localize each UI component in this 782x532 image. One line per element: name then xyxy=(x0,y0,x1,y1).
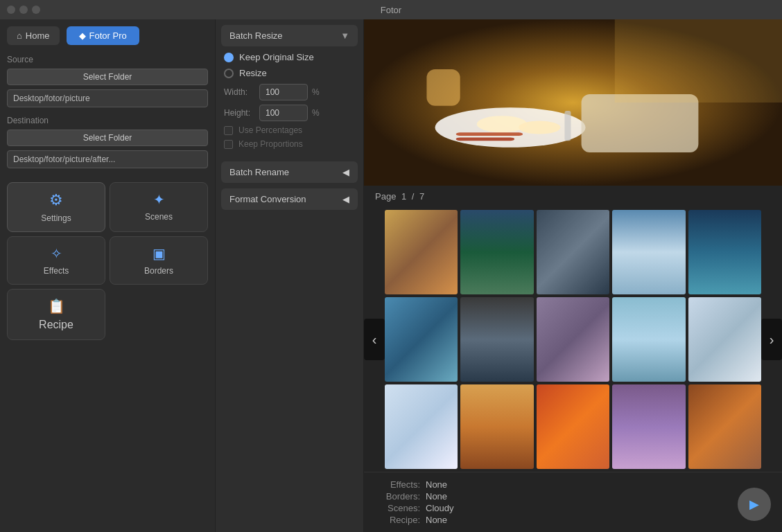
photo-thumb-12[interactable] xyxy=(460,384,533,469)
photo-grid xyxy=(385,207,761,472)
scenes-icon: ✦ xyxy=(153,191,165,208)
prev-page-button[interactable]: ‹ xyxy=(364,319,385,360)
keep-original-radio[interactable] xyxy=(224,53,234,62)
keep-proportions-row[interactable]: Keep Proportions xyxy=(221,139,358,149)
batch-resize-dropdown[interactable]: Batch Resize ▼ xyxy=(221,25,358,46)
recipe-info-label: Recipe: xyxy=(375,515,420,525)
app-title: Fotor xyxy=(381,5,401,15)
height-input[interactable] xyxy=(259,105,308,121)
width-unit: % xyxy=(312,87,320,97)
photo-thumb-15[interactable] xyxy=(688,384,761,469)
resize-option[interactable]: Resize xyxy=(221,68,358,78)
settings-icon: ⚙ xyxy=(49,191,63,209)
fotor-pro-button[interactable]: ◆ Fotor Pro xyxy=(67,26,139,45)
photo-thumb-11[interactable] xyxy=(385,384,458,469)
format-conversion-dropdown[interactable]: Format Conversion ◀ xyxy=(221,188,358,210)
scenes-info-label: Scenes: xyxy=(375,503,420,513)
tool-effects[interactable]: ✧ Effects xyxy=(7,236,105,285)
effects-icon: ✧ xyxy=(51,245,62,262)
recipe-icon: 📋 xyxy=(48,298,65,314)
use-percentages-row[interactable]: Use Percentages xyxy=(221,125,358,135)
tool-borders[interactable]: ▣ Borders xyxy=(110,236,208,285)
scenes-label: Scenes xyxy=(145,212,173,222)
photo-thumb-13[interactable] xyxy=(537,384,609,469)
settings-label: Settings xyxy=(41,213,71,223)
scenes-info-row: Scenes: Cloudy xyxy=(375,503,771,513)
photo-thumb-5[interactable] xyxy=(688,210,761,294)
minimize-button[interactable] xyxy=(19,6,28,14)
page-label: Page xyxy=(375,191,396,202)
borders-icon: ▣ xyxy=(153,245,166,262)
play-button[interactable]: ▶ xyxy=(738,488,771,521)
effects-label: Effects xyxy=(44,266,69,276)
source-label: Source xyxy=(7,55,208,64)
photo-thumb-7[interactable] xyxy=(460,297,533,382)
use-percentages-label: Use Percentages xyxy=(238,125,302,135)
svg-rect-5 xyxy=(456,137,514,141)
info-bar: Effects: None Borders: None Scenes: Clou… xyxy=(364,472,782,532)
effects-info-value: None xyxy=(426,479,447,490)
photo-thumb-3[interactable] xyxy=(537,210,609,294)
svg-rect-4 xyxy=(456,132,523,136)
svg-rect-8 xyxy=(426,69,460,106)
resize-radio[interactable] xyxy=(224,69,234,78)
recipe-info-row: Recipe: None xyxy=(375,515,771,525)
photo-thumb-14[interactable] xyxy=(612,384,685,469)
photo-thumb-2[interactable] xyxy=(460,210,533,294)
effects-info-row: Effects: None xyxy=(375,479,771,490)
photo-thumb-6[interactable] xyxy=(385,297,458,382)
batch-rename-dropdown[interactable]: Batch Rename ◀ xyxy=(221,161,358,183)
borders-info-value: None xyxy=(426,491,447,502)
batch-section: Batch Resize ▼ Keep Original Size Resize… xyxy=(216,19,363,159)
tool-recipe[interactable]: 📋 Recipe xyxy=(7,289,105,340)
tool-settings[interactable]: ⚙ Settings xyxy=(7,182,105,232)
page-number: 1 xyxy=(401,191,406,202)
preview-image xyxy=(364,19,782,186)
svg-rect-6 xyxy=(582,94,699,152)
page-separator: / xyxy=(412,191,415,202)
close-button[interactable] xyxy=(7,6,15,14)
borders-label: Borders xyxy=(144,266,173,276)
photo-thumb-8[interactable] xyxy=(537,297,609,382)
tool-scenes[interactable]: ✦ Scenes xyxy=(110,182,208,232)
top-nav: ⌂ Home ◆ Fotor Pro xyxy=(7,26,208,45)
traffic-lights xyxy=(7,6,40,14)
svg-point-3 xyxy=(519,121,560,134)
middle-panel: Batch Resize ▼ Keep Original Size Resize… xyxy=(215,19,364,532)
destination-label: Destination xyxy=(7,116,208,125)
home-icon: ⌂ xyxy=(17,30,22,41)
play-icon: ▶ xyxy=(749,497,759,512)
use-percentages-checkbox[interactable] xyxy=(224,126,233,135)
photo-thumb-1[interactable] xyxy=(385,210,458,294)
photo-thumb-4[interactable] xyxy=(612,210,685,294)
scenes-info-value: Cloudy xyxy=(426,503,453,513)
format-conversion-label: Format Conversion xyxy=(229,194,306,204)
format-conversion-arrow-icon: ◀ xyxy=(342,194,349,204)
photo-thumb-10[interactable] xyxy=(688,297,761,382)
source-select-folder-button[interactable]: Select Folder xyxy=(7,69,208,85)
next-page-button[interactable]: › xyxy=(761,319,782,360)
title-bar: Fotor xyxy=(0,0,782,19)
dest-select-folder-button[interactable]: Select Folder xyxy=(7,130,208,146)
width-label: Width: xyxy=(224,87,255,97)
maximize-button[interactable] xyxy=(32,6,40,14)
keep-proportions-label: Keep Proportions xyxy=(238,139,303,149)
tool-grid: ⚙ Settings ✦ Scenes ✧ Effects ▣ Borders xyxy=(7,182,208,285)
height-row: Height: % xyxy=(221,105,358,121)
photo-thumb-9[interactable] xyxy=(612,297,685,382)
keep-original-option[interactable]: Keep Original Size xyxy=(221,52,358,62)
page-total: 7 xyxy=(419,191,424,202)
keep-proportions-checkbox[interactable] xyxy=(224,140,233,149)
batch-resize-label: Batch Resize xyxy=(229,30,283,41)
preview-svg xyxy=(364,19,782,186)
width-input[interactable] xyxy=(259,84,308,100)
width-row: Width: % xyxy=(221,84,358,100)
recipe-info-value: None xyxy=(426,515,447,525)
page-info: Page 1 / 7 xyxy=(364,186,782,207)
home-button[interactable]: ⌂ Home xyxy=(7,26,60,45)
recipe-label: Recipe xyxy=(39,319,73,331)
source-path: Desktop/fotor/picture xyxy=(7,89,208,107)
dest-path: Desktop/fotor/picture/after... xyxy=(7,150,208,168)
left-panel: ⌂ Home ◆ Fotor Pro Source Select Folder … xyxy=(0,19,215,532)
photo-grid-wrapper: ‹ › xyxy=(364,207,782,472)
